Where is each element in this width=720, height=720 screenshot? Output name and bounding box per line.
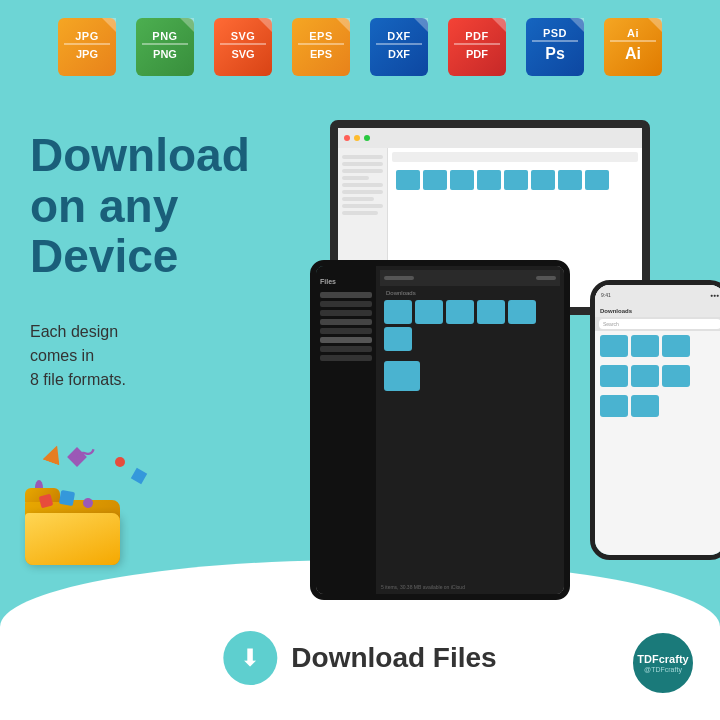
traffic-light-green <box>364 135 370 141</box>
phone-folder <box>631 395 659 417</box>
file-icon-svg: SVG SVG <box>209 18 277 76</box>
monitor-folder <box>585 170 609 190</box>
download-section: ⬇ Download Files <box>223 631 496 685</box>
headline-line3: Device <box>30 231 250 282</box>
png-ext-top: PNG <box>152 30 177 42</box>
tablet-folder-large <box>384 361 420 391</box>
phone-folder <box>600 365 628 387</box>
file-icon-png: PNG PNG <box>131 18 199 76</box>
subheadline-line1: Each design comes in 8 file formats. <box>30 320 126 392</box>
file-icon-pdf: PDF PDF <box>443 18 511 76</box>
jpg-icon-graphic: JPG JPG <box>58 18 116 76</box>
pdf-ext-top: PDF <box>465 30 489 42</box>
brand-name: TDFcrafty <box>637 653 688 666</box>
phone-folder <box>631 335 659 357</box>
squiggle-decoration: 〜 <box>71 437 102 473</box>
headline-line2: on any <box>30 181 250 232</box>
file-icon-jpg: JPG JPG <box>53 18 121 76</box>
devices-area: Files Down <box>310 120 720 600</box>
file-icon-dxf: DXF DXF <box>365 18 433 76</box>
svg-ext-bottom: SVG <box>231 48 254 60</box>
download-label: Download Files <box>291 642 496 674</box>
tablet-folder <box>384 300 412 324</box>
dxf-ext-bottom: DXF <box>388 48 410 60</box>
dxf-icon-graphic: DXF DXF <box>370 18 428 76</box>
headline-line1: Download <box>30 130 250 181</box>
phone-device: 9:41 ●●● Downloads Search <box>590 280 720 560</box>
svg-icon-graphic: SVG SVG <box>214 18 272 76</box>
tablet-screen: Files Down <box>316 266 564 594</box>
phone-topbar: 9:41 ●●● <box>595 285 720 305</box>
tablet-folder <box>477 300 505 324</box>
jpg-ext-top: JPG <box>75 30 99 42</box>
brand-badge: TDFcrafty @TDFcrafty <box>631 631 695 695</box>
ai-ext-bottom: Ai <box>625 45 641 63</box>
monitor-folder <box>423 170 447 190</box>
tablet-folder <box>446 300 474 324</box>
monitor-folder <box>396 170 420 190</box>
png-ext-bottom: PNG <box>153 48 177 60</box>
gem-orange <box>42 442 65 465</box>
jpg-ext-bottom: JPG <box>76 48 98 60</box>
monitor-folder <box>558 170 582 190</box>
phone-folder <box>662 335 690 357</box>
dxf-ext-top: DXF <box>387 30 411 42</box>
monitor-folder <box>450 170 474 190</box>
tablet-folder <box>415 300 443 324</box>
folder-illustration: 〜 <box>15 465 145 575</box>
spill-item-blue <box>59 490 75 506</box>
ai-icon-graphic: Ai Ai <box>604 18 662 76</box>
headline-block: Download on any Device <box>30 130 250 282</box>
svg-ext-top: SVG <box>231 30 256 42</box>
eps-ext-top: EPS <box>309 30 333 42</box>
file-formats-row: JPG JPG PNG PNG SVG SVG EPS EPS <box>0 0 720 86</box>
monitor-folder <box>504 170 528 190</box>
traffic-light-yellow <box>354 135 360 141</box>
gem-blue <box>131 468 147 484</box>
subheadline-block: Each design comes in 8 file formats. <box>30 320 126 392</box>
phone-section-3 <box>595 391 720 421</box>
psd-icon-graphic: PSD Ps <box>526 18 584 76</box>
phone-folder <box>631 365 659 387</box>
tablet-topbar <box>380 270 560 286</box>
file-icon-psd: PSD Ps <box>521 18 589 76</box>
traffic-light-red <box>344 135 350 141</box>
tablet-device: Files Down <box>310 260 570 600</box>
png-icon-graphic: PNG PNG <box>136 18 194 76</box>
main-container: JPG JPG PNG PNG SVG SVG EPS EPS <box>0 0 720 720</box>
monitor-folder <box>531 170 555 190</box>
phone-folder <box>662 365 690 387</box>
psd-ext-top: PSD <box>543 27 567 39</box>
phone-section-2 <box>595 361 720 391</box>
download-arrow-icon: ⬇ <box>240 644 260 672</box>
eps-icon-graphic: EPS EPS <box>292 18 350 76</box>
pdf-ext-bottom: PDF <box>466 48 488 60</box>
monitor-folder <box>477 170 501 190</box>
eps-ext-bottom: EPS <box>310 48 332 60</box>
ai-ext-top: Ai <box>627 27 639 39</box>
tablet-folder <box>508 300 536 324</box>
phone-folder <box>600 395 628 417</box>
tablet-folder <box>384 327 412 351</box>
brand-handle: @TDFcrafty <box>644 666 682 673</box>
phone-section-1 <box>595 331 720 361</box>
phone-folder <box>600 335 628 357</box>
gem-red <box>115 457 125 467</box>
file-icon-eps: EPS EPS <box>287 18 355 76</box>
psd-ext-bottom: Ps <box>545 45 565 63</box>
download-icon-circle[interactable]: ⬇ <box>223 631 277 685</box>
phone-screen: 9:41 ●●● Downloads Search <box>595 285 720 555</box>
folder-front <box>25 513 120 565</box>
file-icon-ai: Ai Ai <box>599 18 667 76</box>
pdf-icon-graphic: PDF PDF <box>448 18 506 76</box>
